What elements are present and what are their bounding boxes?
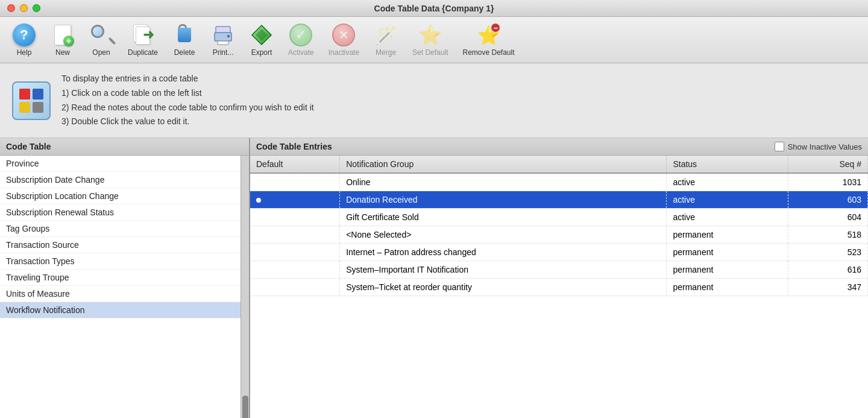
cell-notification-group: Online <box>340 173 667 191</box>
delete-icon <box>172 23 197 47</box>
help-button[interactable]: ? Help <box>6 21 42 59</box>
open-label: Open <box>92 48 110 57</box>
new-label: New <box>55 48 70 57</box>
instruction-2: 1) Click on a code table on the left lis… <box>61 86 314 101</box>
print-icon <box>211 23 235 47</box>
open-button[interactable]: Open <box>83 21 119 59</box>
cell-status: permanent <box>667 261 788 279</box>
cell-default <box>250 279 340 296</box>
right-panel: Code Table Entries Show Inactive Values … <box>250 138 868 418</box>
table-row[interactable]: Donation Receivedactive603 <box>250 191 868 209</box>
list-item[interactable]: Transaction Source <box>0 237 241 253</box>
default-dot <box>256 198 261 203</box>
entries-tbody: Onlineactive1031Donation Receivedactive6… <box>250 173 868 296</box>
help-label: Help <box>17 48 32 57</box>
table-row[interactable]: System–Important IT Notificationpermanen… <box>250 261 868 279</box>
list-item[interactable]: Traveling Troupe <box>0 270 241 286</box>
split-pane: Code Table ProvinceSubscription Date Cha… <box>0 138 868 418</box>
new-button[interactable]: + New <box>45 21 81 59</box>
svg-point-3 <box>227 35 230 37</box>
right-panel-header: Code Table Entries Show Inactive Values <box>250 138 868 156</box>
code-table-list[interactable]: ProvinceSubscription Date ChangeSubscrip… <box>0 156 249 418</box>
list-item[interactable]: Subscription Renewal Status <box>0 204 241 221</box>
merge-icon: 🪄 <box>374 23 398 47</box>
info-icon <box>12 81 51 120</box>
col-default: Default <box>250 156 340 173</box>
export-button[interactable]: Export <box>244 21 280 59</box>
cell-notification-group: <None Selected> <box>340 226 667 244</box>
cell-notification-group: Gift Certificate Sold <box>340 209 667 226</box>
cell-default <box>250 173 340 191</box>
remove-default-icon: ⭐ − <box>476 23 500 47</box>
minimize-button[interactable] <box>20 4 28 12</box>
info-panel: To display the entries in a code table 1… <box>0 63 868 138</box>
delete-button[interactable]: Delete <box>166 21 203 59</box>
title-bar: Code Table Data {Company 1} <box>0 0 868 17</box>
info-instructions: To display the entries in a code table 1… <box>61 72 314 129</box>
export-icon <box>250 23 274 47</box>
col-notification-group: Notification Group <box>340 156 667 173</box>
icon-square-yellow <box>19 102 30 113</box>
cell-status: active <box>667 209 788 226</box>
list-item[interactable]: Tag Groups <box>0 221 241 237</box>
activate-button[interactable]: ✓ Activate <box>282 21 320 59</box>
table-row[interactable]: <None Selected>permanent518 <box>250 226 868 244</box>
toolbar: ? Help + New Open ➜ <box>0 17 868 63</box>
cell-notification-group: System–Important IT Notification <box>340 261 667 279</box>
cell-seq: 604 <box>788 209 867 226</box>
print-button[interactable]: Print... <box>205 21 241 59</box>
table-row[interactable]: Gift Certificate Soldactive604 <box>250 209 868 226</box>
list-item[interactable]: Subscription Date Change <box>0 172 241 188</box>
activate-icon: ✓ <box>289 23 313 47</box>
table-row[interactable]: Onlineactive1031 <box>250 173 868 191</box>
inactivate-label: Inactivate <box>329 48 359 57</box>
list-item[interactable]: Units of Measure <box>0 286 241 302</box>
list-item[interactable]: Workflow Notification <box>0 302 241 318</box>
table-row[interactable]: Internet – Patron address changedpermane… <box>250 244 868 261</box>
duplicate-button[interactable]: ➜ Duplicate <box>122 21 164 59</box>
cell-seq: 603 <box>788 191 867 209</box>
cell-seq: 1031 <box>788 173 867 191</box>
set-default-icon: ⭐ <box>418 23 442 47</box>
instruction-1: To display the entries in a code table <box>61 72 314 86</box>
delete-label: Delete <box>174 48 195 57</box>
table-header-row: Default Notification Group Status Seq # <box>250 156 868 173</box>
window-title: Code Table Data {Company 1} <box>374 4 494 13</box>
open-icon <box>89 23 113 47</box>
remove-default-button[interactable]: ⭐ − Remove Default <box>456 21 520 59</box>
cell-notification-group: System–Ticket at reorder quantity <box>340 279 667 296</box>
cell-status: active <box>667 191 788 209</box>
merge-label: Merge <box>376 48 396 57</box>
inactivate-icon: ✕ <box>332 23 356 47</box>
icon-square-red <box>19 89 30 100</box>
show-inactive-control[interactable]: Show Inactive Values <box>775 142 862 151</box>
export-label: Export <box>251 48 272 57</box>
icon-square-blue <box>33 89 43 100</box>
window-controls[interactable] <box>7 4 40 12</box>
cell-default <box>250 226 340 244</box>
show-inactive-label: Show Inactive Values <box>788 142 862 151</box>
duplicate-icon: ➜ <box>131 23 155 47</box>
entries-table: Default Notification Group Status Seq # … <box>250 156 868 296</box>
show-inactive-checkbox[interactable] <box>775 142 784 151</box>
cell-default <box>250 209 340 226</box>
svg-rect-2 <box>218 41 228 45</box>
close-button[interactable] <box>7 4 15 12</box>
right-panel-title: Code Table Entries <box>256 142 332 151</box>
maximize-button[interactable] <box>33 4 40 12</box>
set-default-button[interactable]: ⭐ Set Default <box>406 21 454 59</box>
cell-default <box>250 191 340 209</box>
main-content: To display the entries in a code table 1… <box>0 63 868 418</box>
inactivate-button[interactable]: ✕ Inactivate <box>322 21 365 59</box>
list-item[interactable]: Subscription Location Change <box>0 188 241 204</box>
cell-status: permanent <box>667 226 788 244</box>
list-item[interactable]: Transaction Types <box>0 253 241 270</box>
cell-seq: 347 <box>788 279 867 296</box>
list-item[interactable]: Province <box>0 156 241 172</box>
merge-button[interactable]: 🪄 Merge <box>368 21 404 59</box>
help-icon: ? <box>12 23 36 47</box>
cell-default <box>250 261 340 279</box>
table-row[interactable]: System–Ticket at reorder quantitypermane… <box>250 279 868 296</box>
instruction-3: 2) Read the notes about the code table t… <box>61 101 314 115</box>
new-icon: + <box>51 23 75 47</box>
